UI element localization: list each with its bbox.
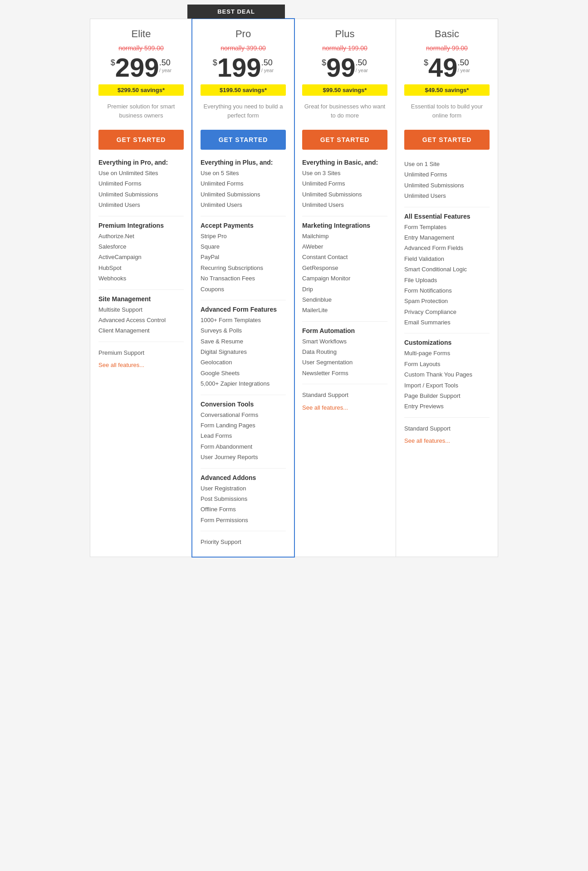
feature-divider-plus-21	[302, 384, 387, 384]
feature-item-elite-9: ActiveCampaign	[98, 252, 184, 262]
feature-item-plus-22: Standard Support	[302, 390, 387, 400]
see-all-link-basic[interactable]: See all features...	[404, 437, 490, 444]
feature-item-basic-6: Form Templates	[404, 222, 490, 232]
feature-item-elite-14: Multisite Support	[98, 304, 184, 315]
plan-col-pro: Pronormally 399.00$199.50/ year$199.50 s…	[191, 18, 295, 558]
get-started-button-plus[interactable]: GET STARTED	[302, 130, 387, 150]
feature-item-plus-20: Newsletter Forms	[302, 368, 387, 378]
feature-heading-elite-6: Premium Integrations	[98, 222, 184, 229]
price-dollar-elite: $	[111, 58, 115, 68]
price-cents-year-plus: .50/ year	[356, 58, 368, 73]
feature-divider-pro-29	[201, 468, 286, 469]
plan-col-elite: Elitenormally 599.00$299.50/ year$299.50…	[90, 19, 192, 557]
price-main-pro: 199	[217, 54, 261, 81]
feature-item-pro-12: Coupons	[201, 284, 286, 294]
feature-item-plus-13: Sendinblue	[302, 294, 387, 305]
feature-heading-plus-0: Everything in Basic, and:	[302, 159, 387, 166]
feature-heading-pro-6: Accept Payments	[201, 222, 286, 229]
feature-item-basic-0: Use on 1 Site	[404, 159, 490, 169]
plan-name-plus: Plus	[302, 28, 387, 40]
feature-item-pro-26: Lead Forms	[201, 431, 286, 441]
price-cents-elite: .50	[159, 58, 172, 68]
feature-item-basic-18: Multi-page Forms	[404, 348, 490, 358]
get-started-button-elite[interactable]: GET STARTED	[98, 130, 184, 150]
feature-item-pro-17: Save & Resume	[201, 336, 286, 347]
plan-name-basic: Basic	[404, 28, 490, 40]
get-started-button-pro[interactable]: GET STARTED	[201, 130, 286, 150]
feature-item-basic-9: Field Validation	[404, 254, 490, 264]
price-cents-basic: .50	[458, 58, 470, 68]
original-price-basic: normally 99.00	[404, 44, 490, 52]
feature-item-pro-27: Form Abandonment	[201, 441, 286, 452]
feature-item-pro-36: Priority Support	[201, 537, 286, 547]
feature-heading-pro-14: Advanced Form Features	[201, 306, 286, 313]
plan-col-plus: Plusnormally 199.00$99.50/ year$99.50 sa…	[294, 19, 396, 557]
see-all-link-elite[interactable]: See all features...	[98, 362, 184, 368]
feature-item-elite-1: Use on Unlimited Sites	[98, 168, 184, 178]
feature-item-basic-11: File Uploads	[404, 275, 490, 285]
plan-col-basic: Basicnormally 99.00$49.50/ year$49.50 sa…	[396, 19, 498, 557]
feature-divider-elite-17	[98, 342, 184, 342]
price-row-plus: $99.50/ year	[302, 54, 387, 81]
feature-heading-pro-23: Conversion Tools	[201, 401, 286, 408]
feature-heading-basic-5: All Essential Features	[404, 213, 490, 220]
feature-item-pro-21: 5,000+ Zapier Integrations	[201, 378, 286, 389]
pricing-columns: Elitenormally 599.00$299.50/ year$299.50…	[90, 19, 498, 557]
price-cents-plus: .50	[356, 58, 368, 68]
feature-divider-basic-4	[404, 207, 490, 207]
feature-item-elite-4: Unlimited Users	[98, 200, 184, 210]
feature-item-basic-7: Entry Management	[404, 232, 490, 243]
feature-item-elite-8: Salesforce	[98, 241, 184, 252]
feature-item-pro-11: No Transaction Fees	[201, 273, 286, 284]
savings-badge-basic: $49.50 savings*	[404, 84, 490, 96]
feature-heading-plus-6: Marketing Integrations	[302, 222, 387, 229]
price-cents-year-elite: .50/ year	[159, 58, 172, 73]
pricing-wrapper: BEST DEAL Elitenormally 599.00$299.50/ y…	[90, 5, 498, 557]
feature-heading-plus-16: Form Automation	[302, 327, 387, 334]
feature-item-pro-24: Conversational Forms	[201, 410, 286, 420]
feature-item-pro-16: Surveys & Polls	[201, 325, 286, 336]
feature-heading-pro-0: Everything in Plus, and:	[201, 159, 286, 166]
feature-item-pro-25: Form Landing Pages	[201, 420, 286, 431]
feature-divider-basic-16	[404, 333, 490, 333]
features-section-pro: Everything in Plus, and:Use on 5 SitesUn…	[201, 159, 286, 548]
feature-item-elite-16: Client Management	[98, 325, 184, 336]
price-main-basic: 49	[428, 54, 458, 81]
feature-heading-pro-30: Advanced Addons	[201, 474, 286, 481]
feature-item-plus-9: Constant Contact	[302, 252, 387, 262]
feature-item-plus-19: User Segmentation	[302, 357, 387, 367]
feature-divider-pro-5	[201, 216, 286, 216]
feature-item-pro-15: 1000+ Form Templates	[201, 315, 286, 325]
feature-item-basic-14: Privacy Compliance	[404, 307, 490, 317]
feature-divider-elite-12	[98, 289, 184, 290]
feature-item-pro-18: Digital Signatures	[201, 347, 286, 357]
features-section-elite: Everything in Pro, and:Use on Unlimited …	[98, 159, 184, 368]
savings-badge-pro: $199.50 savings*	[201, 84, 286, 96]
feature-item-plus-11: Campaign Monitor	[302, 273, 387, 284]
price-year-pro: / year	[261, 68, 274, 73]
feature-divider-plus-5	[302, 216, 387, 216]
feature-item-plus-4: Unlimited Users	[302, 200, 387, 210]
feature-divider-elite-5	[98, 216, 184, 216]
see-all-link-plus[interactable]: See all features...	[302, 404, 387, 411]
price-dollar-pro: $	[213, 58, 217, 68]
feature-item-elite-7: Authorize.Net	[98, 231, 184, 241]
feature-item-plus-7: Mailchimp	[302, 231, 387, 241]
get-started-button-basic[interactable]: GET STARTED	[404, 130, 490, 150]
feature-item-plus-1: Use on 3 Sites	[302, 168, 387, 178]
feature-item-pro-9: PayPal	[201, 252, 286, 262]
feature-item-elite-11: Webhooks	[98, 273, 184, 284]
feature-item-elite-2: Unlimited Forms	[98, 178, 184, 189]
plan-desc-elite: Premier solution for smart business owne…	[98, 102, 184, 122]
feature-item-elite-3: Unlimited Submissions	[98, 189, 184, 200]
plan-name-pro: Pro	[201, 28, 286, 40]
feature-divider-pro-22	[201, 395, 286, 395]
plan-desc-pro: Everything you need to build a perfect f…	[201, 102, 286, 122]
feature-item-plus-17: Smart Workflows	[302, 336, 387, 347]
feature-item-basic-20: Custom Thank You Pages	[404, 369, 490, 380]
price-row-elite: $299.50/ year	[98, 54, 184, 81]
feature-item-pro-10: Recurring Subscriptions	[201, 263, 286, 273]
feature-item-basic-8: Advanced Form Fields	[404, 243, 490, 253]
feature-heading-basic-17: Customizations	[404, 339, 490, 346]
feature-item-basic-1: Unlimited Forms	[404, 169, 490, 180]
